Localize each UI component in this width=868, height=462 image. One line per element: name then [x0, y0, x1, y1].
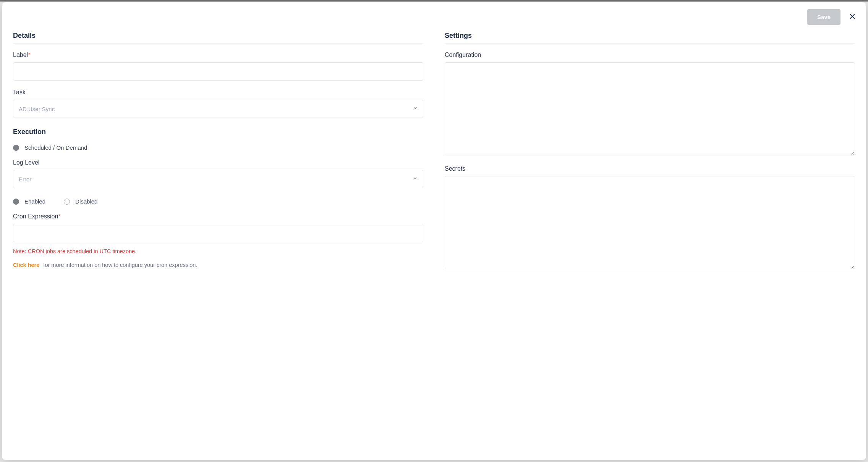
- details-column: Details Label* Task Execution: [13, 32, 423, 444]
- cron-field: Cron Expression*: [13, 213, 423, 242]
- cron-field-label-text: Cron Expression: [13, 213, 58, 220]
- modal-body[interactable]: Details Label* Task Execution: [2, 25, 866, 460]
- save-button[interactable]: Save: [807, 9, 840, 25]
- cron-help-link[interactable]: Click here: [13, 262, 39, 268]
- label-input[interactable]: [13, 62, 423, 81]
- status-disabled-label: Disabled: [75, 198, 97, 205]
- details-section-title: Details: [13, 32, 423, 44]
- label-field: Label*: [13, 52, 423, 81]
- cron-utc-note: Note: CRON jobs are scheduled in UTC tim…: [13, 248, 423, 254]
- status-enabled-label: Enabled: [24, 198, 45, 205]
- task-editor-modal: Save Details Label* Task: [2, 2, 866, 460]
- required-indicator: *: [28, 52, 30, 58]
- execution-mode-scheduled-radio[interactable]: Scheduled / On Demand: [13, 144, 87, 151]
- configuration-textarea[interactable]: [445, 62, 855, 155]
- cron-help-text: for more information on how to configure…: [43, 262, 197, 268]
- configuration-field-label: Configuration: [445, 52, 855, 58]
- label-field-label: Label*: [13, 52, 423, 58]
- background-app-toolbar: [0, 0, 868, 2]
- cron-input[interactable]: [13, 224, 423, 242]
- cron-help-line: Click here for more information on how t…: [13, 262, 423, 268]
- task-field: Task: [13, 89, 423, 118]
- settings-section-title: Settings: [445, 32, 855, 44]
- execution-subtitle: Execution: [13, 128, 423, 136]
- loglevel-select[interactable]: [13, 170, 423, 188]
- radio-icon: [13, 145, 19, 151]
- cron-field-label: Cron Expression*: [13, 213, 423, 220]
- status-enabled-radio[interactable]: Enabled: [13, 198, 45, 205]
- close-button[interactable]: [847, 11, 857, 23]
- execution-mode-label: Scheduled / On Demand: [24, 144, 87, 151]
- modal-header: Save: [2, 2, 866, 25]
- task-select-display[interactable]: [13, 100, 423, 118]
- configuration-field: Configuration: [445, 52, 855, 157]
- task-field-label: Task: [13, 89, 423, 96]
- status-disabled-radio[interactable]: Disabled: [64, 198, 97, 205]
- radio-icon: [13, 199, 19, 205]
- close-icon: [849, 13, 856, 21]
- loglevel-select-display[interactable]: [13, 170, 423, 188]
- execution-mode-row: Scheduled / On Demand: [13, 144, 423, 151]
- required-indicator: *: [58, 213, 60, 219]
- loglevel-field: Log Level: [13, 159, 423, 188]
- status-radio-row: Enabled Disabled: [13, 197, 423, 205]
- secrets-textarea[interactable]: [445, 176, 855, 269]
- task-select[interactable]: [13, 100, 423, 118]
- label-field-label-text: Label: [13, 52, 28, 58]
- secrets-field: Secrets: [445, 165, 855, 271]
- secrets-field-label: Secrets: [445, 165, 855, 172]
- radio-icon: [64, 199, 70, 205]
- loglevel-field-label: Log Level: [13, 159, 423, 166]
- settings-column: Settings Configuration Secrets: [445, 32, 855, 444]
